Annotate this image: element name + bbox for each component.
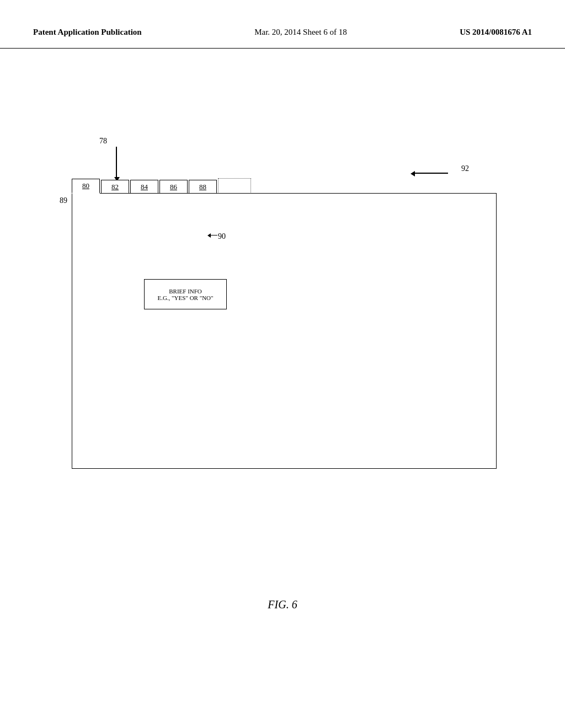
info-box-line1: BRIEF INFO bbox=[169, 288, 202, 295]
label-92: 92 bbox=[461, 164, 469, 173]
tab-84[interactable]: 84 bbox=[130, 180, 158, 194]
label-89: 89 bbox=[60, 196, 67, 205]
info-box-line2: E.G., "YES" OR "NO" bbox=[157, 295, 213, 301]
tab-bar: 80 82 84 86 88 bbox=[72, 178, 257, 194]
main-content: 78 80 82 84 86 88 92 bbox=[0, 49, 565, 710]
tab-88[interactable]: 88 bbox=[189, 180, 217, 194]
page-header: Patent Application Publication Mar. 20, … bbox=[0, 0, 565, 49]
header-date-sheet: Mar. 20, 2014 Sheet 6 of 18 bbox=[254, 28, 347, 37]
figure-caption: FIG. 6 bbox=[268, 598, 297, 611]
tab-82[interactable]: 82 bbox=[101, 180, 129, 194]
arrow-90 bbox=[211, 235, 217, 236]
arrow-78 bbox=[116, 147, 117, 177]
tab-dotted bbox=[218, 178, 251, 194]
main-panel: BRIEF INFO E.G., "YES" OR "NO" bbox=[72, 193, 497, 469]
header-patent-number: US 2014/0081676 A1 bbox=[460, 28, 532, 37]
label-78: 78 bbox=[99, 137, 107, 146]
diagram-area: 78 80 82 84 86 88 92 bbox=[55, 137, 497, 479]
header-publication-label: Patent Application Publication bbox=[33, 28, 142, 37]
tab-80[interactable]: 80 bbox=[72, 179, 100, 194]
arrow-92 bbox=[415, 173, 448, 174]
label-90: 90 bbox=[218, 232, 226, 241]
tab-86[interactable]: 86 bbox=[159, 180, 188, 194]
info-box: BRIEF INFO E.G., "YES" OR "NO" bbox=[144, 279, 227, 309]
